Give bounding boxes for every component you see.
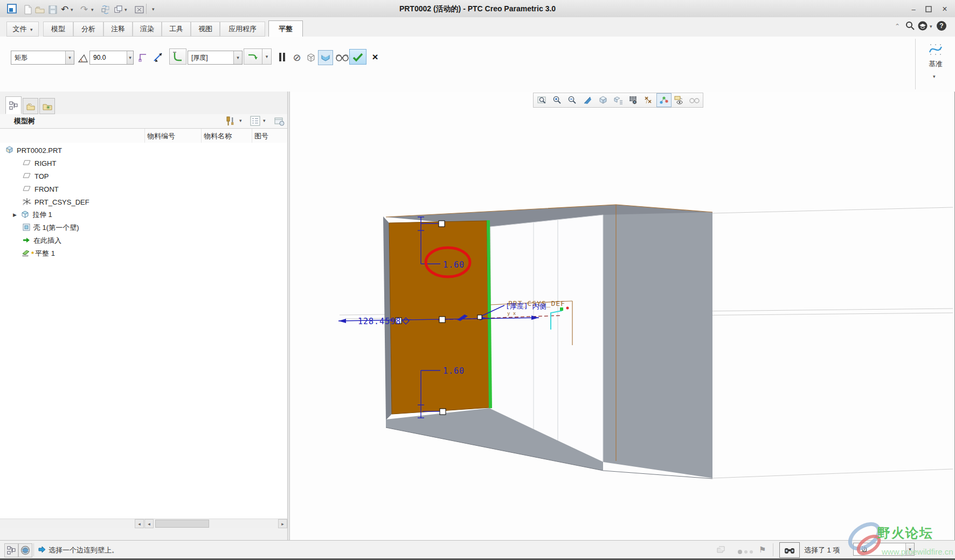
column-drawing-number[interactable]: 图号	[254, 131, 268, 141]
toggle-browser-button[interactable]	[18, 543, 32, 557]
windows-dropdown-icon[interactable]: ▾	[124, 8, 127, 12]
tree-scroll-left-button[interactable]: ◂	[135, 519, 144, 528]
thickness-dropdown-icon[interactable]: ▾	[233, 51, 242, 64]
datum-display-icon[interactable]	[641, 93, 656, 107]
redo-dropdown-icon[interactable]: ▾	[91, 8, 94, 12]
saved-views-icon[interactable]	[611, 93, 626, 107]
shape-dropdown-icon[interactable]: ▾	[65, 51, 74, 64]
spin-center-icon[interactable]	[656, 93, 672, 107]
tree-tools-dropdown[interactable]: ▾	[239, 118, 242, 123]
flip-direction-button[interactable]	[151, 50, 166, 65]
ribbon-collapse-icon[interactable]: ⌃	[895, 23, 900, 30]
zoom-fit-icon[interactable]	[535, 93, 550, 107]
tree-filter-dropdown[interactable]: ▾	[263, 118, 266, 123]
toggle-model-tree-button[interactable]	[4, 543, 18, 557]
model-tree-tab[interactable]	[5, 96, 22, 114]
tree-filter-icon[interactable]	[250, 116, 261, 128]
pause-icon[interactable]	[276, 51, 288, 63]
find-button[interactable]	[779, 542, 800, 558]
folder-browser-tab[interactable]	[23, 98, 38, 114]
dim-bottom-value[interactable]: 1.60	[443, 366, 465, 376]
close-button[interactable]: ×	[940, 4, 950, 14]
tree-item-right-plane[interactable]: RIGHT	[0, 157, 144, 170]
tree-item-shell[interactable]: 壳 1(第一个壁)	[0, 221, 144, 234]
zoom-out-icon[interactable]	[565, 93, 580, 107]
tree-item-csys[interactable]: yzx PRT_CSYS_DEF	[0, 195, 144, 208]
file-menu-button[interactable]: 文件 ▾	[6, 22, 39, 37]
datum-dropdown-icon[interactable]: ▾	[933, 74, 936, 79]
zoom-in-icon[interactable]	[550, 93, 565, 107]
angle-input-box[interactable]: ▾	[89, 51, 134, 65]
tree-item-extrude[interactable]: ▶ 拉伸 1	[0, 208, 144, 221]
undo-button[interactable]: ↶	[59, 4, 70, 15]
regenerate-button[interactable]	[100, 4, 111, 15]
new-file-button[interactable]	[23, 4, 33, 15]
redo-button[interactable]: ↷	[79, 4, 89, 15]
selected-edge-highlight[interactable]	[488, 220, 490, 408]
graphics-area[interactable]: 1.60 128.4598 1.60 PRT_CSYS_DEF [厚度] 内侧 …	[290, 92, 954, 540]
columns-scroll-right-button[interactable]: ▸	[278, 519, 287, 528]
qat-customize-dropdown[interactable]: ▾	[152, 7, 155, 12]
tab-tools[interactable]: 工具	[162, 22, 191, 37]
minimize-button[interactable]: –	[909, 4, 918, 14]
datum-spline-icon[interactable]	[927, 41, 944, 58]
tree-item-front-plane[interactable]: FRONT	[0, 183, 144, 195]
bend-side-button[interactable]	[244, 48, 263, 65]
wall-shape-select[interactable]: 矩形 ▾	[11, 51, 74, 65]
tree-item-top-plane[interactable]: TOP	[0, 170, 144, 183]
column-material-name[interactable]: 物料名称	[204, 131, 232, 141]
tab-applications[interactable]: 应用程序	[220, 22, 265, 37]
capture-image-icon[interactable]	[626, 93, 641, 107]
app-icon[interactable]	[6, 3, 17, 14]
dim-mid-value[interactable]: 128.4598	[358, 317, 401, 326]
favorites-tab[interactable]: ✳	[39, 98, 55, 114]
tree-item-flat-wall[interactable]: * 平整 1	[0, 247, 144, 260]
maximize-button[interactable]	[924, 4, 933, 14]
columns-scroll-left-button[interactable]: ◂	[144, 519, 154, 528]
help-icon[interactable]: ?	[937, 21, 946, 31]
tab-model[interactable]: 模型	[43, 22, 73, 37]
glasses-preview-icon[interactable]	[334, 51, 350, 65]
columns-scrollbar-thumb[interactable]	[155, 520, 209, 528]
model-tree-header: 模型树 ▾ ▾	[0, 114, 287, 129]
tree-item-part[interactable]: PRT0002.PRT	[0, 144, 144, 157]
annotation-display-icon[interactable]	[672, 93, 687, 107]
tree-tools-icon[interactable]	[225, 116, 236, 128]
export-icon[interactable]	[716, 545, 726, 556]
ok-button[interactable]	[349, 49, 366, 65]
bend-side-dropdown[interactable]: ▾	[262, 48, 272, 65]
tab-flat-active[interactable]: 平整	[268, 20, 303, 37]
undo-dropdown-icon[interactable]: ▾	[71, 8, 73, 12]
open-file-button[interactable]	[34, 4, 45, 15]
model-scene[interactable]: 1.60 128.4598 1.60 PRT_CSYS_DEF [厚度] 内侧 …	[290, 92, 954, 540]
tab-analysis[interactable]: 分析	[73, 22, 103, 37]
tree-item-insert-here[interactable]: 在此插入	[0, 234, 144, 247]
tab-annotate[interactable]: 注释	[103, 22, 133, 37]
column-material-number[interactable]: 物料编号	[147, 131, 175, 141]
windows-button[interactable]	[113, 4, 124, 15]
angle-dropdown-icon[interactable]: ▾	[127, 51, 133, 64]
bend-radius-select[interactable]: [厚度] ▾	[188, 51, 243, 65]
angle-input[interactable]	[90, 53, 127, 62]
expander-icon[interactable]: ▶	[13, 212, 17, 218]
display-style-icon[interactable]	[596, 93, 611, 107]
bend-toggle-button[interactable]	[169, 48, 186, 65]
tab-render[interactable]: 渲染	[133, 22, 162, 37]
sketch-profile-button[interactable]	[136, 50, 151, 65]
tab-view[interactable]: 视图	[191, 22, 220, 37]
component-drag-icon[interactable]	[687, 93, 702, 107]
flag-icon[interactable]: ⚑	[759, 545, 766, 555]
close-window-button[interactable]	[134, 4, 144, 15]
resource-dropdown-icon[interactable]: ▾	[930, 24, 932, 29]
dim-top-value[interactable]: 1.60	[443, 260, 465, 270]
tree-settings-icon[interactable]	[274, 116, 285, 128]
search-icon[interactable]	[905, 21, 915, 32]
attached-preview-button[interactable]	[318, 50, 333, 65]
wireframe-preview-button[interactable]	[304, 51, 318, 65]
resource-center-icon[interactable]	[918, 21, 928, 32]
save-button[interactable]	[47, 4, 58, 15]
no-preview-button[interactable]: ⊘	[290, 51, 304, 65]
cancel-button[interactable]: ×	[369, 51, 382, 64]
repaint-icon[interactable]	[580, 93, 596, 107]
attach-side-label[interactable]: [厚度] 内侧	[506, 302, 546, 310]
